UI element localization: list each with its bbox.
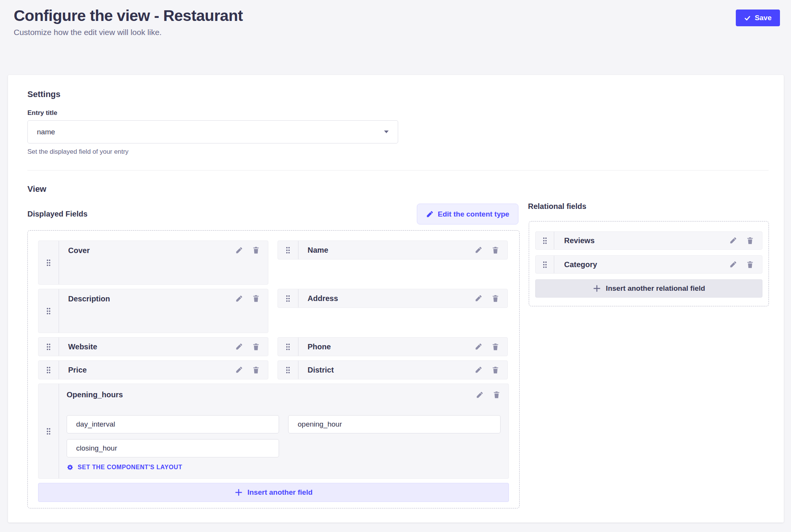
field-card-body: Address bbox=[298, 289, 507, 307]
drag-handle[interactable] bbox=[536, 232, 554, 249]
field-label: Category bbox=[564, 260, 597, 269]
field-card-body: Reviews bbox=[554, 232, 762, 249]
field-card-body: District bbox=[298, 361, 507, 379]
field-label: Cover bbox=[68, 246, 90, 255]
delete-field-icon[interactable] bbox=[252, 343, 260, 351]
edit-field-icon[interactable] bbox=[235, 295, 243, 303]
field-card-body: Website bbox=[59, 338, 268, 356]
edit-field-icon[interactable] bbox=[475, 366, 482, 374]
field-card-district[interactable]: District bbox=[277, 360, 508, 379]
field-card-body: Description bbox=[59, 289, 268, 333]
set-component-layout-button[interactable]: SET THE COMPONENT'S LAYOUT bbox=[67, 464, 500, 471]
edit-content-type-label: Edit the content type bbox=[438, 210, 509, 218]
drag-handle[interactable] bbox=[38, 338, 59, 356]
field-label: Reviews bbox=[564, 236, 595, 245]
page-title: Configure the view - Restaurant bbox=[14, 7, 243, 25]
insert-another-field-button[interactable]: Insert another field bbox=[38, 483, 509, 502]
delete-field-icon[interactable] bbox=[746, 237, 754, 245]
field-card-address[interactable]: Address bbox=[277, 289, 508, 308]
check-icon bbox=[744, 15, 751, 21]
field-card-body: Cover bbox=[59, 241, 268, 284]
edit-content-type-button[interactable]: Edit the content type bbox=[417, 204, 518, 225]
field-card-cover[interactable]: Cover bbox=[38, 241, 268, 285]
plus-icon bbox=[593, 284, 601, 293]
cog-icon bbox=[67, 464, 73, 471]
displayed-fields-dropzone: Cover Name bbox=[27, 230, 520, 508]
delete-field-icon[interactable] bbox=[492, 246, 499, 254]
drag-handle[interactable] bbox=[38, 241, 59, 284]
view-section-title: View bbox=[27, 184, 46, 194]
entry-title-selected-value: name bbox=[37, 128, 55, 136]
displayed-fields-label: Displayed Fields bbox=[27, 210, 88, 218]
field-card-website[interactable]: Website bbox=[38, 337, 268, 356]
edit-field-icon[interactable] bbox=[235, 247, 243, 254]
delete-field-icon[interactable] bbox=[493, 391, 500, 399]
page-subtitle: Customize how the edit view will look li… bbox=[14, 28, 243, 37]
component-card-body: Opening_hours day_interval opening_hour … bbox=[59, 384, 509, 478]
edit-field-icon[interactable] bbox=[729, 237, 737, 244]
field-card-body: Phone bbox=[298, 338, 507, 356]
entry-title-help-text: Set the displayed field of your entry bbox=[27, 148, 129, 156]
drag-handle[interactable] bbox=[38, 289, 59, 333]
field-card-name[interactable]: Name bbox=[277, 241, 508, 260]
edit-field-icon[interactable] bbox=[235, 343, 243, 350]
field-label: Address bbox=[308, 294, 338, 303]
field-label: Name bbox=[308, 246, 328, 255]
edit-field-icon[interactable] bbox=[475, 343, 482, 350]
delete-field-icon[interactable] bbox=[252, 246, 260, 254]
field-card-phone[interactable]: Phone bbox=[277, 337, 508, 356]
field-label: Description bbox=[68, 295, 110, 303]
edit-field-icon[interactable] bbox=[475, 246, 482, 254]
component-card-opening-hours[interactable]: Opening_hours day_interval opening_hour … bbox=[38, 384, 509, 479]
delete-field-icon[interactable] bbox=[492, 295, 499, 303]
page-header: Configure the view - Restaurant Customiz… bbox=[14, 7, 243, 37]
drag-handle[interactable] bbox=[536, 256, 554, 273]
insert-another-relational-field-button[interactable]: Insert another relational field bbox=[535, 279, 762, 298]
relational-fields-title: Relational fields bbox=[528, 202, 586, 211]
subfield-day-interval[interactable]: day_interval bbox=[67, 415, 279, 433]
edit-field-icon[interactable] bbox=[729, 261, 737, 268]
drag-handle[interactable] bbox=[278, 361, 298, 379]
component-label: Opening_hours bbox=[67, 390, 123, 399]
field-label: Website bbox=[68, 342, 97, 351]
field-label: Price bbox=[68, 366, 87, 374]
field-row: Price District bbox=[38, 360, 509, 379]
save-button-label: Save bbox=[755, 14, 772, 22]
subfield-opening-hour[interactable]: opening_hour bbox=[288, 415, 501, 433]
edit-field-icon[interactable] bbox=[476, 391, 483, 399]
edit-field-icon[interactable] bbox=[475, 295, 482, 302]
delete-field-icon[interactable] bbox=[252, 366, 260, 374]
chevron-down-icon bbox=[384, 131, 389, 133]
save-button[interactable]: Save bbox=[736, 10, 780, 26]
drag-handle[interactable] bbox=[278, 241, 298, 259]
plus-icon bbox=[234, 488, 243, 497]
subfield-closing-hour[interactable]: closing_hour bbox=[67, 439, 279, 457]
edit-field-icon[interactable] bbox=[235, 366, 243, 374]
section-divider bbox=[27, 170, 769, 170]
set-component-layout-label: SET THE COMPONENT'S LAYOUT bbox=[78, 464, 182, 471]
field-card-body: Price bbox=[59, 361, 268, 379]
field-card-body: Category bbox=[554, 256, 762, 273]
field-card-price[interactable]: Price bbox=[38, 360, 268, 379]
drag-handle[interactable] bbox=[38, 384, 59, 478]
field-card-body: Name bbox=[298, 241, 507, 259]
insert-another-relational-field-label: Insert another relational field bbox=[606, 284, 705, 293]
relational-card-reviews[interactable]: Reviews bbox=[535, 231, 762, 250]
delete-field-icon[interactable] bbox=[252, 295, 260, 303]
entry-title-label: Entry title bbox=[27, 109, 57, 117]
field-row: Website Phone bbox=[38, 337, 509, 356]
pencil-icon bbox=[426, 210, 434, 218]
field-label: District bbox=[308, 366, 334, 374]
delete-field-icon[interactable] bbox=[746, 261, 754, 269]
settings-section-title: Settings bbox=[27, 89, 61, 99]
drag-handle[interactable] bbox=[278, 338, 298, 356]
field-card-description[interactable]: Description bbox=[38, 289, 268, 333]
delete-field-icon[interactable] bbox=[492, 343, 499, 351]
relational-card-category[interactable]: Category bbox=[535, 255, 762, 274]
drag-handle[interactable] bbox=[38, 361, 59, 379]
delete-field-icon[interactable] bbox=[492, 366, 499, 374]
entry-title-select[interactable]: name bbox=[27, 120, 398, 143]
insert-another-field-label: Insert another field bbox=[247, 488, 313, 497]
drag-handle[interactable] bbox=[278, 289, 298, 307]
component-subfields: day_interval opening_hour closing_hour bbox=[67, 415, 501, 457]
